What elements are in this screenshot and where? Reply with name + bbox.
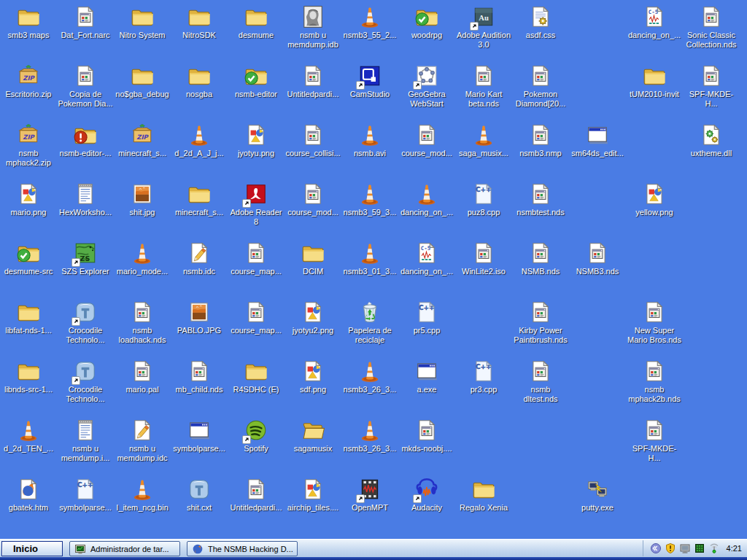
desktop-icon[interactable]: mario.png [1,182,56,217]
desktop-icon[interactable]: C++pr3.cpp [456,359,511,394]
desktop-icon[interactable]: nsmb3.nmp [513,122,568,158]
desktop-icon[interactable]: Crocodile Technolo... [58,300,113,345]
desktop-icon[interactable]: ZIPminecraft_s... [115,122,170,158]
desktop-icon[interactable]: OpenMPT [342,477,398,513]
desktop-icon[interactable]: course_map... [228,300,284,335]
desktop-icon[interactable]: mkds-noobj.... [399,418,454,454]
desktop-icon[interactable]: no$gba_debug [115,63,170,99]
desktop-icon[interactable]: course_mod... [285,182,341,217]
desktop-icon[interactable]: Papelera de reciclaje [342,300,398,345]
collapse-chevron-icon[interactable] [650,542,662,554]
desktop-icon[interactable]: course_map... [228,241,284,276]
desktop-icon[interactable]: Pokemon Diamond[20... [513,63,568,109]
network-monitor-icon[interactable] [679,542,691,554]
desktop-icon[interactable]: d_2d_A_J_j... [171,122,227,158]
desktop-icon[interactable]: C++pr5.cpp [399,300,454,335]
start-button[interactable]: Inicio [1,541,63,556]
desktop-icon[interactable]: nsmbtest.nds [513,182,568,217]
desktop-icon[interactable]: airchip_tiles.... [285,477,341,513]
desktop-icon[interactable]: nsmb-editor [228,63,284,99]
desktop-icon[interactable]: WinLite2.iso [456,241,511,276]
desktop-icon[interactable]: minecraft_s... [171,182,227,217]
desktop-icon[interactable]: ZIPnsmb mphack2.zip [1,122,56,168]
desktop-icon[interactable]: desmume-src [1,241,56,276]
desktop-icon[interactable]: mb_child.nds [171,359,227,394]
desktop-icon[interactable]: Dat_Fort.narc [58,4,113,40]
desktop-icon[interactable]: Nitro System [115,4,170,40]
desktop-icon[interactable]: sdf.png [285,359,341,394]
desktop-icon[interactable]: mario.pal [115,359,170,394]
desktop-icon[interactable]: Adobe Reader 8 [228,182,284,227]
desktop-icon[interactable]: NSMB3.nds [570,241,625,276]
desktop-icon[interactable]: nsmb mphack2b.nds [627,359,682,404]
desktop-icon[interactable]: d_2d_TEN_... [1,418,56,454]
desktop-icon[interactable]: AuAdobe Audition 3.0 [456,4,511,50]
desktop-icon[interactable]: nsmb3_59_3... [342,182,398,217]
desktop-icon[interactable]: nsmb3_55_2... [342,4,398,40]
desktop-icon[interactable]: HexWorksho... [58,182,113,217]
desktop-icon[interactable]: a.exe [399,359,454,394]
desktop-icon[interactable]: DCIM [285,241,341,276]
desktop-icon[interactable]: nsmb3_26_3... [342,418,398,454]
desktop-icon[interactable]: libnds-src-1... [1,359,56,394]
desktop-icon[interactable]: mario_mode... [115,241,170,276]
desktop-icon[interactable]: New Super Mario Bros.nds [627,300,682,345]
desktop-icon[interactable]: nsmb.avi [342,122,398,158]
clock[interactable]: 4:21 [727,544,742,553]
desktop-icon[interactable]: GeoGebra WebStart [399,63,454,109]
desktop-icon[interactable]: nsmb loadhack.nds [115,300,170,345]
desktop-icon[interactable]: saga_musix... [456,122,511,158]
desktop-icon[interactable]: uxtheme.dll [684,122,739,158]
desktop-icon[interactable]: yellow.png [627,182,682,217]
taskbar-button[interactable]: The NSMB Hacking D... [187,541,298,556]
desktop-icon[interactable]: Crocodile Technolo... [58,359,113,404]
desktop-icon[interactable]: shit.jpg [115,182,170,217]
desktop-icon[interactable]: desmume [228,4,284,40]
desktop-icon[interactable]: dancing_on_... [399,182,454,217]
desktop-icon[interactable]: Spotify [228,418,284,454]
desktop-icon[interactable]: smb3 maps [1,4,56,40]
desktop-icon[interactable]: nsmb3_01_3... [342,241,398,276]
desktop-icon[interactable]: C++symbolparse... [58,477,113,513]
desktop-icon[interactable]: C-5dancing_on_... [627,4,682,40]
desktop-icon[interactable]: PABLO.JPG [171,300,227,335]
desktop-icon[interactable]: libfat-nds-1... [1,300,56,335]
desktop-icon[interactable]: NitroSDK [171,4,227,40]
desktop-icon[interactable]: tUM2010-invit [627,63,682,99]
desktop-icon[interactable]: shit.cxt [171,477,227,513]
security-shield-icon[interactable] [665,542,676,554]
desktop-icon[interactable]: putty.exe [570,477,625,513]
desktop-icon[interactable]: gbatek.htm [1,477,56,513]
desktop-icon[interactable]: jyotyu.png [228,122,284,158]
desktop-icon[interactable]: nsmb dltest.nds [513,359,568,404]
desktop-icon[interactable]: R4SDHC (E) [228,359,284,394]
desktop-icon[interactable]: course_mod... [399,122,454,158]
network-activity-icon[interactable] [694,542,705,554]
desktop-icon[interactable]: sagamusix [285,418,341,454]
desktop-icon[interactable]: Audacity [399,477,454,513]
desktop-icon[interactable]: ZIPEscritorio.zip [1,63,56,99]
desktop-icon[interactable]: nsmb u memdump.idb [285,4,341,50]
desktop-icon[interactable]: nosgba [171,63,227,99]
desktop-icon[interactable]: SPF-MKDE-H... [684,63,739,109]
desktop-icon[interactable]: course_collisi... [285,122,341,158]
desktop-icon[interactable]: C++puz8.cpp [456,182,511,217]
desktop-icon[interactable]: C-5dancing_on_... [399,241,454,276]
wireless-icon[interactable] [708,542,720,554]
desktop-icon[interactable]: ZSSZS Explorer [58,241,113,276]
desktop-icon[interactable]: nsmb3_26_3... [342,359,398,394]
desktop[interactable]: smb3 mapsDat_Fort.narcNitro SystemNitroS… [0,0,747,540]
desktop-icon[interactable]: I_item_ncg.bin [115,477,170,513]
desktop-icon[interactable]: NSMB.nds [513,241,568,276]
desktop-icon[interactable]: asdf.css [513,4,568,40]
desktop-icon[interactable]: Mario Kart beta.nds [456,63,511,109]
desktop-icon[interactable]: jyotyu2.png [285,300,341,335]
desktop-icon[interactable]: Untitledpardi... [285,63,341,99]
desktop-icon[interactable]: sm64ds_edit... [570,122,625,158]
desktop-icon[interactable]: Regalo Xenia [456,477,511,513]
desktop-icon[interactable]: woodrpg [399,4,454,40]
desktop-icon[interactable]: nsmb u memdump.i... [58,418,113,463]
desktop-icon[interactable]: symbolparse... [171,418,227,454]
desktop-icon[interactable]: Copia de Pokemon Dia... [58,63,113,109]
desktop-icon[interactable]: nsmb-editor-... [58,122,113,158]
